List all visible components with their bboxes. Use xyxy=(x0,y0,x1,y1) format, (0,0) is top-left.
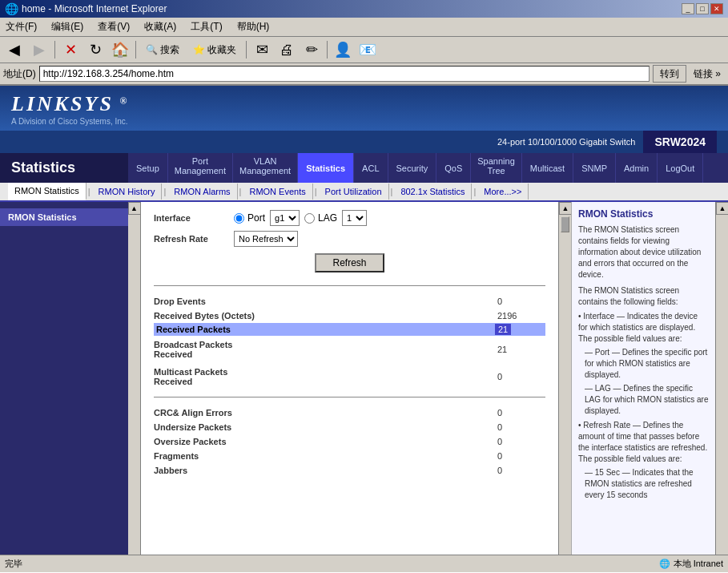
favorites-button[interactable]: ⭐ 收藏夹 xyxy=(187,39,242,60)
subnav-8021x[interactable]: 802.1x Statistics xyxy=(394,184,472,200)
subnav-rmon-events[interactable]: RMON Events xyxy=(243,184,312,200)
stat-drop-events-value: 0 xyxy=(497,297,545,306)
content-scrollbar[interactable]: ▲ ▼ xyxy=(128,202,141,555)
subnav-rmon-alarms[interactable]: RMON Alarms xyxy=(167,184,237,200)
help-para-5: • Refresh Rate — Defines the amount of t… xyxy=(578,420,709,465)
sidebar-rmon-stats[interactable]: RMON Statistics xyxy=(0,208,128,226)
help-para-4: — LAG — Defines the specific LAG for whi… xyxy=(585,383,709,417)
lag-radio[interactable] xyxy=(304,213,315,224)
menu-edit[interactable]: 编辑(E) xyxy=(49,19,86,34)
toolbar-sep-2 xyxy=(135,41,136,59)
subnav-port-util[interactable]: Port Utilization xyxy=(319,184,389,200)
stat-broadcast-value: 21 xyxy=(497,345,545,354)
menu-view[interactable]: 查看(V) xyxy=(95,19,132,34)
sub-nav: RMON Statistics | RMON History | RMON Al… xyxy=(0,183,728,202)
linksys-logo: LINKSYS ® xyxy=(11,92,717,116)
address-label: 地址(D) xyxy=(3,67,36,81)
stat-oversize-value: 0 xyxy=(497,437,545,446)
print-button[interactable]: 🖨 xyxy=(276,39,298,60)
hotmail-button[interactable]: 📧 xyxy=(356,39,379,60)
nav-statistics[interactable]: Statistics xyxy=(298,153,354,183)
table-row: Jabbers 0 xyxy=(154,463,545,478)
stat-undersize-label: Undersize Packets xyxy=(154,422,497,432)
refresh-row: Refresh Rate No Refresh 15 Sec 30 Sec 60… xyxy=(154,231,545,247)
port-radio[interactable] xyxy=(234,213,244,224)
port-label: Port xyxy=(247,212,265,224)
stat-fragments-value: 0 xyxy=(497,451,545,461)
menu-tools[interactable]: 工具(T) xyxy=(188,19,224,34)
close-button[interactable]: ✕ xyxy=(710,3,723,14)
table-row: Fragments 0 xyxy=(154,449,545,463)
lag-select[interactable]: 1 xyxy=(342,210,367,226)
scroll-up-btn[interactable]: ▲ xyxy=(128,202,141,215)
nav-spanning-label: Spanning xyxy=(477,156,515,166)
nav-header: 24-port 10/100/1000 Gigabit Switch SRW20… xyxy=(0,131,728,153)
nav-port-label: Port xyxy=(192,156,208,166)
nav-multicast[interactable]: Multicast xyxy=(522,153,573,183)
nav-spanning-tree[interactable]: SpanningTree xyxy=(471,153,522,183)
nav-logout[interactable]: LogOut xyxy=(658,153,703,183)
menu-help[interactable]: 帮助(H) xyxy=(235,19,272,34)
subnav-more[interactable]: More...>> xyxy=(477,184,529,200)
scroll-track xyxy=(559,215,571,555)
refresh-btn-area: Refresh xyxy=(154,253,545,272)
window-controls: _ □ ✕ xyxy=(682,3,723,14)
help-text: The RMON Statistics screen contains fiel… xyxy=(578,224,709,501)
menu-favorites[interactable]: 收藏(A) xyxy=(142,19,179,34)
refresh-label: Refresh Rate xyxy=(154,234,234,244)
stats-divider xyxy=(154,285,545,286)
nav-acl[interactable]: ACL xyxy=(354,153,388,183)
help-scrollbar[interactable]: ▲ ▼ xyxy=(715,202,728,555)
right-scrollbar[interactable]: ▲ ▼ xyxy=(558,202,571,555)
help-para-3: — Port — Defines the specific port for w… xyxy=(585,347,709,381)
menu-file[interactable]: 文件(F) xyxy=(3,19,39,34)
table-row: Received Bytes (Octets) 2196 xyxy=(154,309,545,323)
nav-qos[interactable]: QoS xyxy=(436,153,471,183)
linksys-header: LINKSYS ® A Division of Cisco Systems, I… xyxy=(0,86,728,131)
nav-management-label: Management xyxy=(175,166,226,176)
refresh-select[interactable]: No Refresh 15 Sec 30 Sec 60 Sec xyxy=(234,231,298,247)
help-para-0: The RMON Statistics screen contains fiel… xyxy=(578,224,709,280)
status-text: 完毕 xyxy=(5,558,22,570)
edit-button[interactable]: ✏ xyxy=(300,39,323,60)
device-info: 24-port 10/100/1000 Gigabit Switch xyxy=(489,131,643,153)
toolbar-sep-3 xyxy=(246,41,247,59)
device-name: 24-port 10/100/1000 Gigabit Switch xyxy=(497,137,635,147)
nav-setup[interactable]: Setup xyxy=(128,153,168,183)
maximize-button[interactable]: □ xyxy=(696,3,709,14)
stop-button[interactable]: ✕ xyxy=(59,39,82,60)
search-button[interactable]: 🔍 搜索 xyxy=(140,39,185,60)
refresh-button[interactable]: Refresh xyxy=(315,253,384,272)
right-scroll-up[interactable]: ▲ xyxy=(559,202,572,215)
stat-jabbers-label: Jabbers xyxy=(154,466,497,475)
nav-security[interactable]: Security xyxy=(388,153,437,183)
help-scroll-up[interactable]: ▲ xyxy=(716,202,728,215)
mail-button[interactable]: ✉ xyxy=(251,39,273,60)
help-title: RMON Statistics xyxy=(578,208,709,220)
section-title: Statistics xyxy=(0,153,128,183)
forward-button[interactable]: ▶ xyxy=(28,39,50,60)
minimize-button[interactable]: _ xyxy=(682,3,694,14)
stat-multicast-value: 0 xyxy=(497,372,545,381)
nav-port-management[interactable]: PortManagement xyxy=(168,153,233,183)
nav-admin[interactable]: Admin xyxy=(616,153,658,183)
links-button[interactable]: 链接 » xyxy=(690,66,725,83)
go-button[interactable]: 转到 xyxy=(653,65,686,83)
stat-fragments-label: Fragments xyxy=(154,451,497,461)
refresh-button[interactable]: ↻ xyxy=(84,39,107,60)
address-input[interactable] xyxy=(39,66,650,82)
menu-bar: 文件(F) 编辑(E) 查看(V) 收藏(A) 工具(T) 帮助(H) xyxy=(0,18,728,37)
messenger-button[interactable]: 👤 xyxy=(332,39,354,60)
interface-section: Interface Port g1 LAG xyxy=(154,210,545,247)
nav-snmp[interactable]: SNMP xyxy=(573,153,616,183)
content-wrapper: RMON Statistics ▲ ▼ Interface Port xyxy=(0,202,728,555)
nav-tree-label: Tree xyxy=(487,166,505,176)
scroll-thumb[interactable] xyxy=(561,216,569,232)
home-button[interactable]: 🏠 xyxy=(109,39,131,60)
subnav-rmon-history[interactable]: RMON History xyxy=(92,184,163,200)
port-select[interactable]: g1 xyxy=(270,210,300,226)
nav-vlan[interactable]: VLANManagement xyxy=(233,153,298,183)
subnav-rmon-stats[interactable]: RMON Statistics xyxy=(8,183,86,200)
back-button[interactable]: ◀ xyxy=(3,39,26,60)
stat-received-packets-value: 21 xyxy=(495,325,543,334)
